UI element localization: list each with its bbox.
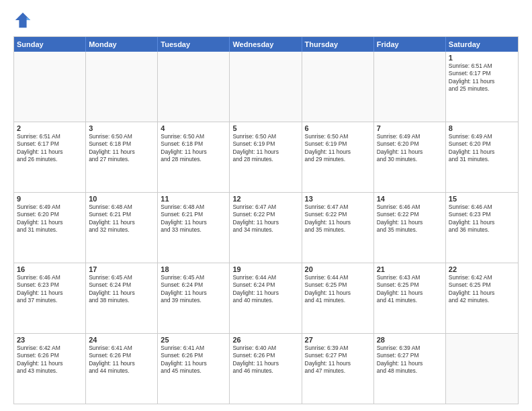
day-info: Sunrise: 6:46 AM Sunset: 6:23 PM Dayligh… bbox=[17, 274, 83, 305]
day-number: 25 bbox=[161, 336, 226, 344]
header bbox=[13, 11, 519, 30]
day-cell-19: 19Sunrise: 6:44 AM Sunset: 6:24 PM Dayli… bbox=[230, 263, 302, 333]
calendar-row-4: 23Sunrise: 6:42 AM Sunset: 6:26 PM Dayli… bbox=[14, 333, 518, 404]
day-number: 13 bbox=[305, 195, 371, 203]
day-cell-12: 12Sunrise: 6:47 AM Sunset: 6:22 PM Dayli… bbox=[230, 193, 302, 263]
day-info: Sunrise: 6:44 AM Sunset: 6:25 PM Dayligh… bbox=[305, 274, 371, 305]
day-number: 16 bbox=[17, 265, 83, 273]
page: SundayMondayTuesdayWednesdayThursdayFrid… bbox=[0, 0, 532, 411]
day-info: Sunrise: 6:49 AM Sunset: 6:20 PM Dayligh… bbox=[377, 133, 443, 164]
day-info: Sunrise: 6:40 AM Sunset: 6:26 PM Dayligh… bbox=[232, 345, 298, 375]
day-number: 28 bbox=[377, 336, 443, 344]
day-number: 11 bbox=[161, 195, 226, 203]
day-cell-5: 5Sunrise: 6:50 AM Sunset: 6:19 PM Daylig… bbox=[230, 122, 302, 192]
day-cell-7: 7Sunrise: 6:49 AM Sunset: 6:20 PM Daylig… bbox=[374, 122, 446, 192]
empty-cell-0-5 bbox=[374, 52, 446, 122]
calendar-body: 1Sunrise: 6:51 AM Sunset: 6:17 PM Daylig… bbox=[14, 52, 518, 404]
weekday-header-wednesday: Wednesday bbox=[230, 37, 302, 52]
weekday-header-monday: Monday bbox=[86, 37, 158, 52]
day-cell-14: 14Sunrise: 6:46 AM Sunset: 6:22 PM Dayli… bbox=[374, 193, 446, 263]
day-cell-23: 23Sunrise: 6:42 AM Sunset: 6:26 PM Dayli… bbox=[14, 334, 86, 404]
day-cell-20: 20Sunrise: 6:44 AM Sunset: 6:25 PM Dayli… bbox=[302, 263, 374, 333]
day-cell-9: 9Sunrise: 6:49 AM Sunset: 6:20 PM Daylig… bbox=[14, 193, 86, 263]
day-cell-21: 21Sunrise: 6:43 AM Sunset: 6:25 PM Dayli… bbox=[374, 263, 446, 333]
day-cell-26: 26Sunrise: 6:40 AM Sunset: 6:26 PM Dayli… bbox=[230, 334, 302, 404]
day-cell-3: 3Sunrise: 6:50 AM Sunset: 6:18 PM Daylig… bbox=[86, 122, 158, 192]
day-number: 1 bbox=[449, 54, 515, 62]
day-info: Sunrise: 6:50 AM Sunset: 6:19 PM Dayligh… bbox=[232, 133, 298, 164]
empty-cell-0-0 bbox=[14, 52, 86, 122]
day-info: Sunrise: 6:49 AM Sunset: 6:20 PM Dayligh… bbox=[17, 203, 83, 234]
day-cell-17: 17Sunrise: 6:45 AM Sunset: 6:24 PM Dayli… bbox=[86, 263, 158, 333]
day-info: Sunrise: 6:43 AM Sunset: 6:25 PM Dayligh… bbox=[377, 274, 443, 305]
day-info: Sunrise: 6:45 AM Sunset: 6:24 PM Dayligh… bbox=[89, 274, 154, 305]
weekday-header-tuesday: Tuesday bbox=[158, 37, 230, 52]
empty-cell-0-4 bbox=[302, 52, 374, 122]
day-cell-4: 4Sunrise: 6:50 AM Sunset: 6:18 PM Daylig… bbox=[158, 122, 230, 192]
day-cell-28: 28Sunrise: 6:39 AM Sunset: 6:27 PM Dayli… bbox=[374, 334, 446, 404]
day-cell-15: 15Sunrise: 6:46 AM Sunset: 6:23 PM Dayli… bbox=[446, 193, 518, 263]
day-info: Sunrise: 6:51 AM Sunset: 6:17 PM Dayligh… bbox=[17, 133, 83, 164]
day-info: Sunrise: 6:50 AM Sunset: 6:18 PM Dayligh… bbox=[161, 133, 226, 164]
day-cell-8: 8Sunrise: 6:49 AM Sunset: 6:20 PM Daylig… bbox=[446, 122, 518, 192]
day-cell-6: 6Sunrise: 6:50 AM Sunset: 6:19 PM Daylig… bbox=[302, 122, 374, 192]
day-number: 18 bbox=[161, 265, 226, 273]
day-number: 3 bbox=[89, 124, 154, 132]
day-info: Sunrise: 6:42 AM Sunset: 6:25 PM Dayligh… bbox=[449, 274, 515, 305]
calendar-row-3: 16Sunrise: 6:46 AM Sunset: 6:23 PM Dayli… bbox=[14, 263, 518, 333]
calendar-row-1: 2Sunrise: 6:51 AM Sunset: 6:17 PM Daylig… bbox=[14, 122, 518, 192]
day-cell-27: 27Sunrise: 6:39 AM Sunset: 6:27 PM Dayli… bbox=[302, 334, 374, 404]
empty-cell-0-2 bbox=[158, 52, 230, 122]
day-number: 24 bbox=[89, 336, 154, 344]
day-number: 9 bbox=[17, 195, 83, 203]
day-cell-2: 2Sunrise: 6:51 AM Sunset: 6:17 PM Daylig… bbox=[14, 122, 86, 192]
weekday-header-sunday: Sunday bbox=[14, 37, 86, 52]
empty-cell-0-3 bbox=[230, 52, 302, 122]
day-cell-18: 18Sunrise: 6:45 AM Sunset: 6:24 PM Dayli… bbox=[158, 263, 230, 333]
day-info: Sunrise: 6:50 AM Sunset: 6:18 PM Dayligh… bbox=[89, 133, 154, 164]
day-info: Sunrise: 6:44 AM Sunset: 6:24 PM Dayligh… bbox=[232, 274, 298, 305]
day-number: 2 bbox=[17, 124, 83, 132]
day-number: 22 bbox=[449, 265, 515, 273]
day-number: 27 bbox=[305, 336, 371, 344]
day-info: Sunrise: 6:41 AM Sunset: 6:26 PM Dayligh… bbox=[89, 345, 154, 375]
day-number: 23 bbox=[17, 336, 83, 344]
day-info: Sunrise: 6:48 AM Sunset: 6:21 PM Dayligh… bbox=[89, 203, 154, 234]
day-info: Sunrise: 6:49 AM Sunset: 6:20 PM Dayligh… bbox=[449, 133, 515, 164]
day-number: 14 bbox=[377, 195, 443, 203]
day-number: 8 bbox=[449, 124, 515, 132]
day-info: Sunrise: 6:48 AM Sunset: 6:21 PM Dayligh… bbox=[161, 203, 226, 234]
day-info: Sunrise: 6:47 AM Sunset: 6:22 PM Dayligh… bbox=[232, 203, 298, 234]
day-info: Sunrise: 6:47 AM Sunset: 6:22 PM Dayligh… bbox=[305, 203, 371, 234]
day-cell-16: 16Sunrise: 6:46 AM Sunset: 6:23 PM Dayli… bbox=[14, 263, 86, 333]
day-cell-1: 1Sunrise: 6:51 AM Sunset: 6:17 PM Daylig… bbox=[446, 52, 518, 122]
day-number: 5 bbox=[232, 124, 298, 132]
empty-cell-4-6 bbox=[446, 334, 518, 404]
day-number: 21 bbox=[377, 265, 443, 273]
day-cell-10: 10Sunrise: 6:48 AM Sunset: 6:21 PM Dayli… bbox=[86, 193, 158, 263]
weekday-header-friday: Friday bbox=[374, 37, 446, 52]
day-cell-24: 24Sunrise: 6:41 AM Sunset: 6:26 PM Dayli… bbox=[86, 334, 158, 404]
day-cell-13: 13Sunrise: 6:47 AM Sunset: 6:22 PM Dayli… bbox=[302, 193, 374, 263]
day-number: 12 bbox=[232, 195, 298, 203]
day-info: Sunrise: 6:46 AM Sunset: 6:22 PM Dayligh… bbox=[377, 203, 443, 234]
day-info: Sunrise: 6:41 AM Sunset: 6:26 PM Dayligh… bbox=[161, 345, 226, 375]
day-number: 17 bbox=[89, 265, 154, 273]
day-info: Sunrise: 6:42 AM Sunset: 6:26 PM Dayligh… bbox=[17, 345, 83, 375]
empty-cell-0-1 bbox=[86, 52, 158, 122]
weekday-header-thursday: Thursday bbox=[302, 37, 374, 52]
calendar-row-0: 1Sunrise: 6:51 AM Sunset: 6:17 PM Daylig… bbox=[14, 52, 518, 122]
day-info: Sunrise: 6:45 AM Sunset: 6:24 PM Dayligh… bbox=[161, 274, 226, 305]
day-number: 20 bbox=[305, 265, 371, 273]
day-number: 4 bbox=[161, 124, 226, 132]
day-info: Sunrise: 6:46 AM Sunset: 6:23 PM Dayligh… bbox=[449, 203, 515, 234]
day-cell-25: 25Sunrise: 6:41 AM Sunset: 6:26 PM Dayli… bbox=[158, 334, 230, 404]
day-cell-11: 11Sunrise: 6:48 AM Sunset: 6:21 PM Dayli… bbox=[158, 193, 230, 263]
calendar-header: SundayMondayTuesdayWednesdayThursdayFrid… bbox=[14, 37, 518, 52]
day-number: 10 bbox=[89, 195, 154, 203]
calendar: SundayMondayTuesdayWednesdayThursdayFrid… bbox=[13, 36, 519, 404]
day-cell-22: 22Sunrise: 6:42 AM Sunset: 6:25 PM Dayli… bbox=[446, 263, 518, 333]
logo bbox=[13, 11, 35, 30]
calendar-row-2: 9Sunrise: 6:49 AM Sunset: 6:20 PM Daylig… bbox=[14, 192, 518, 263]
day-info: Sunrise: 6:51 AM Sunset: 6:17 PM Dayligh… bbox=[449, 62, 515, 93]
